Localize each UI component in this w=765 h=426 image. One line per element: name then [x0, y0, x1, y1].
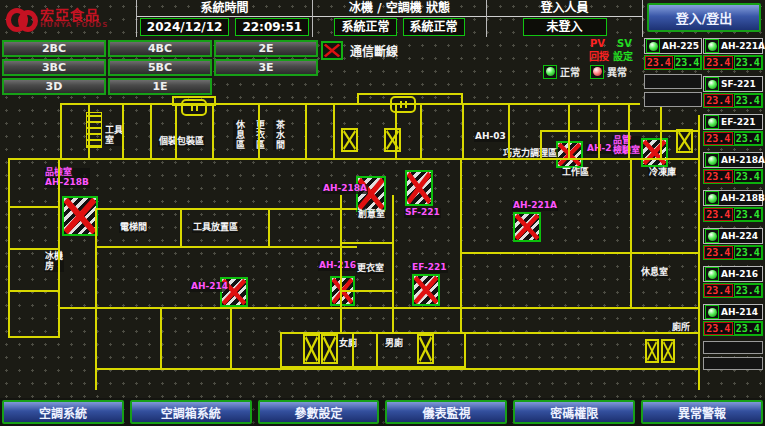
ahu-map-unit-comm-fail[interactable] — [412, 274, 440, 306]
ahu-status-unit: AH-218A 23.4 23.4 — [703, 152, 763, 184]
ahu-map-unit-comm-fail[interactable] — [62, 196, 98, 236]
ahu-pv-value: 23.4 — [704, 56, 733, 69]
ahu-values-row: 23.4 23.4 — [703, 93, 763, 108]
wall-segment — [88, 105, 90, 158]
ahu-sv-value: 23.4 — [734, 94, 763, 107]
nav-button[interactable]: 異常警報 — [641, 400, 763, 424]
ahu-status-unit: AH-218B 23.4 23.4 — [703, 190, 763, 222]
wall-segment — [180, 208, 182, 246]
ahu-values-row: 23.4 23.4 — [644, 55, 702, 70]
ahu-status-unit: SF-221 23.4 23.4 — [703, 76, 763, 108]
wall-segment — [150, 105, 152, 158]
nav-button[interactable]: 空調系統 — [2, 400, 124, 424]
wall-segment — [268, 208, 270, 246]
ahu-status-led — [705, 191, 719, 205]
ahu-name-row[interactable]: EF-221 — [703, 114, 763, 130]
equipment-label: 品管 檢驗室 — [612, 136, 641, 156]
ahu-status-unit: AH-225 23.4 23.4 — [644, 38, 702, 70]
bottom-nav: 空調系統 空調箱系統 參數設定 儀表監視 密碼權限 異常警報 — [0, 398, 765, 426]
ahu-map-unit-comm-fail[interactable] — [513, 212, 541, 242]
stair-elevator-x-icon — [676, 129, 693, 153]
wall-segment — [230, 307, 232, 368]
ahu-values-row: 23.4 23.4 — [703, 321, 763, 336]
stair-elevator-x-icon — [384, 128, 401, 152]
room-label: 冷凍庫 — [648, 168, 677, 178]
wall-segment — [628, 105, 630, 158]
ahu-map-unit-comm-fail[interactable] — [356, 176, 386, 212]
ahu-name-row[interactable]: AH-218B — [703, 190, 763, 206]
room-label: 冰機 房 — [44, 252, 64, 272]
wall-segment — [508, 105, 510, 158]
wall-segment — [598, 105, 600, 158]
ahu-status-led — [705, 39, 719, 53]
wall-segment — [305, 105, 307, 158]
ahu-pv-value: 23.4 — [704, 322, 733, 335]
wall-segment — [462, 105, 464, 158]
ahu-name: AH-214 — [721, 307, 758, 317]
ahu-pv-value: 23.4 — [704, 132, 733, 145]
ahu-pv-value: 23.4 — [645, 56, 673, 69]
ahu-name: AH-218A — [721, 155, 765, 165]
ahu-name-row[interactable]: SF-221 — [703, 76, 763, 92]
wall-segment — [333, 105, 335, 158]
room-label: 更衣室 — [356, 264, 385, 274]
empty-status-slot — [703, 341, 763, 354]
ahu-status-led — [705, 153, 719, 167]
wall-segment — [540, 130, 698, 132]
ahu-sv-value: 23.4 — [674, 56, 702, 69]
equipment-label: AH-214 — [190, 282, 229, 292]
ahu-values-row: 23.4 23.4 — [703, 245, 763, 260]
ahu-name: AH-225 — [662, 41, 699, 51]
nav-button[interactable]: 密碼權限 — [513, 400, 635, 424]
ahu-sv-value: 23.4 — [734, 132, 763, 145]
ahu-name: AH-218B — [721, 193, 765, 203]
ahu-status-led — [646, 39, 660, 53]
ahu-pv-value: 23.4 — [704, 170, 733, 183]
empty-status-slot — [703, 357, 763, 370]
ahu-name-row[interactable]: AH-214 — [703, 304, 763, 320]
ahu-map-unit-comm-fail[interactable] — [405, 170, 433, 206]
ahu-status-unit: EF-221 23.4 23.4 — [703, 114, 763, 146]
room-label: 電梯間 — [119, 223, 148, 233]
ahu-sv-value: 23.4 — [734, 322, 763, 335]
ahu-sv-value: 23.4 — [734, 170, 763, 183]
wall-segment — [540, 130, 542, 158]
ahu-name-row[interactable]: AH-224 — [703, 228, 763, 244]
wall-segment — [60, 103, 62, 160]
ahu-name-row[interactable]: AH-225 — [644, 38, 702, 54]
wall-segment — [95, 208, 97, 390]
ahu-sv-value: 23.4 — [734, 208, 763, 221]
wall-segment — [122, 105, 124, 158]
wall-segment — [8, 158, 10, 338]
equipment-label: EF-221 — [411, 263, 448, 273]
ahu-name: AH-216 — [721, 269, 758, 279]
ahu-status-unit: AH-224 23.4 23.4 — [703, 228, 763, 260]
nav-button[interactable]: 空調箱系統 — [130, 400, 252, 424]
equipment-label: AH-221A — [512, 201, 558, 211]
ahu-pv-value: 23.4 — [704, 94, 733, 107]
stair-elevator-x-icon — [661, 339, 675, 363]
ahu-name: SF-221 — [721, 79, 756, 89]
ahu-values-row: 23.4 23.4 — [703, 55, 763, 70]
nav-button[interactable]: 參數設定 — [258, 400, 380, 424]
wall-segment — [698, 115, 700, 390]
room-label: AH-03 — [474, 132, 507, 142]
ahu-name-row[interactable]: AH-221A — [703, 38, 763, 54]
wall-segment — [60, 307, 698, 309]
ahu-name-row[interactable]: AH-218A — [703, 152, 763, 168]
ahu-pv-value: 23.4 — [704, 208, 733, 221]
stair-elevator-x-icon — [341, 128, 358, 152]
wall-segment — [340, 290, 394, 292]
wall-segment — [395, 105, 397, 158]
wall-segment — [60, 103, 640, 105]
room-label: 工具 室 — [104, 126, 124, 146]
wall-segment — [8, 248, 58, 250]
nav-button[interactable]: 儀表監視 — [385, 400, 507, 424]
wall-segment — [340, 242, 394, 244]
wall-segment — [8, 336, 58, 338]
ahu-status-led — [705, 267, 719, 281]
ahu-name-row[interactable]: AH-216 — [703, 266, 763, 282]
wall-segment — [357, 93, 463, 105]
ahu-values-row: 23.4 23.4 — [703, 169, 763, 184]
ahu-map-unit-comm-fail[interactable] — [641, 138, 668, 167]
